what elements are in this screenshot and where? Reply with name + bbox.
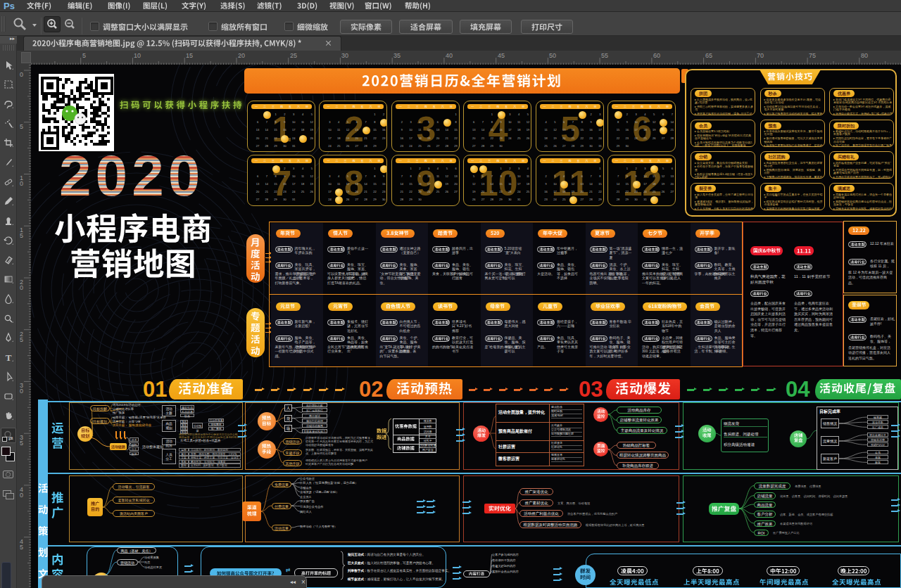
svg-text:T: T — [6, 352, 12, 363]
